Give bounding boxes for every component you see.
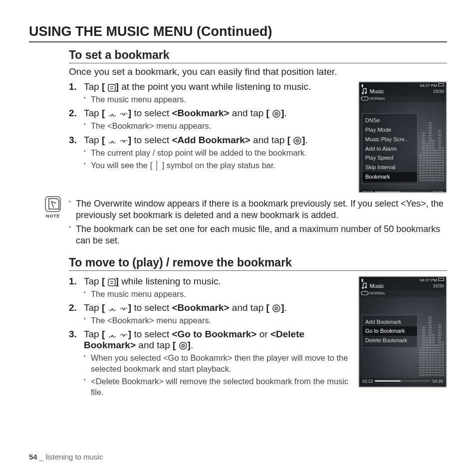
device-menu-item: Add to Alarm — [362, 144, 417, 154]
note-item: The Overwrite window appears if there is… — [69, 198, 447, 222]
sub-item: The music menu appears. — [84, 94, 354, 105]
signal-icon: ▮ — [361, 83, 363, 88]
section2-steps: Tap [ ] while listening to music. The mu… — [69, 276, 354, 398]
step-text: Tap — [84, 108, 102, 118]
up-icon — [108, 306, 116, 312]
step-text: and tap — [230, 302, 266, 313]
note-icon — [45, 196, 61, 212]
menu-icon — [108, 279, 115, 286]
up-icon — [108, 112, 116, 118]
repeat-icon — [361, 96, 369, 101]
note-label: NOTE — [39, 213, 67, 219]
footer-section: listening to music — [45, 453, 103, 461]
step-bold: <Bookmark> — [172, 302, 229, 313]
step-text: and tap — [136, 340, 173, 350]
section1-intro: Once you set a bookmark, you can easily … — [69, 66, 447, 77]
note-item: The bookmark can be set one for each mus… — [69, 224, 447, 247]
step-text: while listening to music. — [119, 276, 221, 286]
step-bold: <Go to Bookmark> — [172, 329, 256, 339]
step-text: and tap — [230, 108, 266, 118]
device-menu-item: Play Speed — [362, 153, 417, 163]
device-counter: 15/20 — [433, 283, 444, 288]
note-block: NOTE The Overwrite window appears if the… — [39, 196, 447, 249]
step-text: Tap — [84, 135, 102, 145]
step-bold: <Add Bookmark> — [172, 135, 250, 145]
ok-icon — [293, 137, 301, 145]
device-total: 04:28 — [433, 379, 443, 384]
step-text: to select — [131, 302, 172, 313]
step-text: Tap — [84, 329, 102, 339]
step-text: Tap — [84, 302, 102, 313]
device-menu-item: Go to Bookmark — [362, 326, 417, 336]
battery-icon — [438, 278, 444, 281]
sub-item: The <Bookmark> menu appears. — [84, 315, 354, 326]
sub-item: The current play / stop point will be ad… — [84, 148, 354, 158]
step-text: to select — [131, 108, 172, 118]
sub-item: The <Bookmark> menu appears. — [84, 121, 354, 131]
device-menu: Add BookmarkGo to BookmarkDelete Bookmar… — [362, 315, 418, 348]
device-total: 04:28 — [433, 190, 443, 193]
step-text: . — [284, 108, 286, 118]
down-icon — [120, 306, 128, 312]
step-bold: <Bookmark> — [172, 108, 229, 118]
step: Tap [ ] to select <Bookmark> and tap [ ]… — [69, 108, 354, 131]
step-text: . — [305, 135, 308, 145]
sub-item: You will see the [ │ ] symbol on the pla… — [84, 160, 354, 171]
step: Tap [ ] to select <Bookmark> and tap [ ]… — [69, 302, 354, 326]
device-elapsed: 02:13 — [362, 379, 373, 384]
device-screenshot-1: ▮ 04:27 PM Music 15/20 NORMAL DNSePlay M… — [358, 81, 447, 193]
music-note-icon — [361, 282, 368, 289]
sub-item: The music menu appears. — [84, 289, 354, 299]
device-menu-item: DNSe — [362, 116, 417, 125]
ok-icon — [179, 342, 187, 350]
device-counter: 15/20 — [433, 89, 444, 94]
step-text: Tap — [84, 81, 102, 92]
device-mode: NORMAL — [370, 291, 386, 295]
device-title: Music — [370, 283, 384, 289]
step-text: and tap — [250, 135, 287, 145]
signal-icon: ▮ — [361, 278, 363, 282]
device-menu-item: Skip Interval — [362, 163, 417, 172]
device-time: 04:27 PM — [420, 83, 437, 88]
step-text: to select — [131, 135, 172, 145]
device-mode: NORMAL — [370, 97, 386, 100]
progress-bar — [375, 192, 430, 193]
step-text: . — [284, 302, 286, 313]
device-time: 04:27 PM — [420, 278, 437, 282]
ok-icon — [272, 304, 280, 312]
equalizer-icon — [419, 306, 444, 376]
repeat-icon — [361, 291, 369, 295]
step-text: to select — [131, 329, 172, 339]
down-icon — [120, 333, 128, 339]
device-menu-item: Play Mode — [362, 125, 417, 135]
ok-icon — [272, 110, 280, 118]
page-footer: 54 _ listening to music — [29, 453, 103, 461]
music-note-icon — [361, 88, 368, 95]
step-text: at the point you want while listening to… — [119, 81, 311, 92]
step: Tap [ ] to select <Add Bookmark> and tap… — [69, 135, 354, 171]
step-text: . — [191, 340, 193, 350]
step: Tap [ ] to select <Go to Bookmark> or <D… — [69, 329, 354, 398]
battery-icon — [438, 83, 444, 86]
device-menu-item: Add Bookmark — [362, 317, 417, 327]
sub-item: <Delete Bookmark> will remove the select… — [84, 376, 354, 398]
up-icon — [108, 139, 116, 145]
page-number: 54 — [29, 453, 37, 461]
section1-heading: To set a bookmark — [69, 48, 447, 63]
step: Tap [ ] at the point you want while list… — [69, 81, 354, 105]
device-screenshot-2: ▮ 04:27 PM Music 15/20 NORMAL Add Bookma… — [358, 276, 447, 388]
progress-bar — [375, 380, 430, 382]
device-elapsed: 02:13 — [362, 190, 373, 193]
down-icon — [120, 112, 128, 118]
section1-steps: Tap [ ] at the point you want while list… — [69, 81, 354, 171]
sub-item: When you selected <Go to Bookamrk> then … — [84, 353, 354, 374]
device-menu-item: Music Play Scre.. — [362, 135, 417, 144]
up-icon — [108, 333, 116, 339]
section2-heading: To move to (play) / remove the bookmark — [69, 256, 447, 271]
menu-icon — [108, 84, 115, 91]
device-menu-item: Delete Bookmark — [362, 336, 417, 345]
device-menu: DNSePlay ModeMusic Play Scre..Add to Ala… — [362, 113, 418, 184]
step: Tap [ ] while listening to music. The mu… — [69, 276, 354, 299]
down-icon — [120, 139, 128, 145]
device-title: Music — [370, 88, 384, 94]
